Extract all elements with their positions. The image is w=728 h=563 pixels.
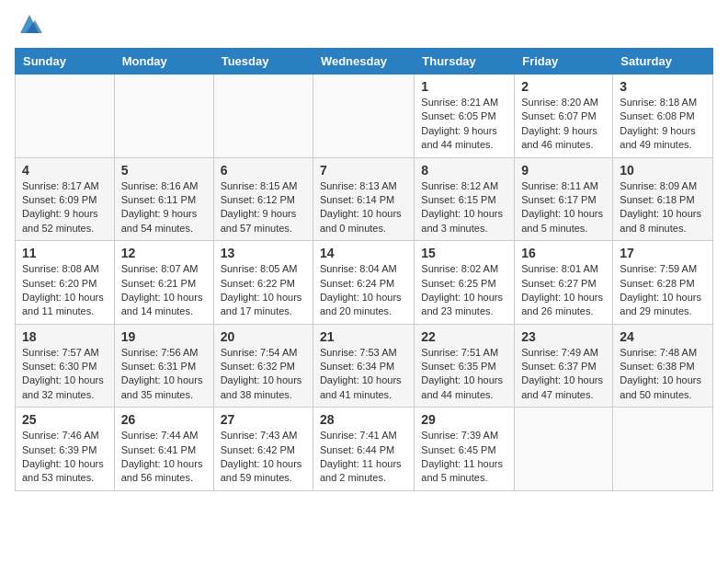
day-number: 11: [22, 246, 108, 260]
calendar-week-row: 25Sunrise: 7:46 AM Sunset: 6:39 PM Dayli…: [16, 408, 713, 491]
calendar-cell: 9Sunrise: 8:11 AM Sunset: 6:17 PM Daylig…: [515, 157, 613, 241]
day-info: Sunrise: 7:49 AM Sunset: 6:37 PM Dayligh…: [521, 346, 606, 403]
calendar-cell: 16Sunrise: 8:01 AM Sunset: 6:27 PM Dayli…: [515, 241, 613, 325]
day-info: Sunrise: 8:11 AM Sunset: 6:17 PM Dayligh…: [521, 179, 606, 236]
day-number: 25: [22, 412, 108, 427]
column-header-friday: Friday: [515, 49, 613, 75]
day-number: 12: [121, 246, 207, 260]
calendar-cell: 25Sunrise: 7:46 AM Sunset: 6:39 PM Dayli…: [16, 408, 115, 491]
column-header-wednesday: Wednesday: [313, 49, 414, 75]
day-info: Sunrise: 8:16 AM Sunset: 6:11 PM Dayligh…: [121, 179, 207, 236]
calendar-week-row: 4Sunrise: 8:17 AM Sunset: 6:09 PM Daylig…: [16, 157, 713, 241]
day-info: Sunrise: 7:46 AM Sunset: 6:39 PM Dayligh…: [22, 429, 108, 486]
day-number: 15: [421, 246, 507, 260]
column-header-sunday: Sunday: [16, 49, 115, 75]
calendar-cell: 13Sunrise: 8:05 AM Sunset: 6:22 PM Dayli…: [213, 241, 313, 325]
day-number: 29: [421, 412, 507, 427]
day-number: 24: [620, 329, 706, 344]
calendar-cell: 23Sunrise: 7:49 AM Sunset: 6:37 PM Dayli…: [515, 324, 613, 408]
day-number: 6: [221, 163, 306, 178]
calendar-cell: 21Sunrise: 7:53 AM Sunset: 6:34 PM Dayli…: [313, 324, 414, 408]
calendar-cell: 26Sunrise: 7:44 AM Sunset: 6:41 PM Dayli…: [114, 408, 213, 491]
day-info: Sunrise: 7:57 AM Sunset: 6:30 PM Dayligh…: [22, 346, 108, 403]
calendar-cell: 18Sunrise: 7:57 AM Sunset: 6:30 PM Dayli…: [16, 324, 115, 408]
calendar-cell: 15Sunrise: 8:02 AM Sunset: 6:25 PM Dayli…: [415, 241, 515, 325]
calendar-cell: 1Sunrise: 8:21 AM Sunset: 6:05 PM Daylig…: [415, 75, 515, 158]
day-info: Sunrise: 8:18 AM Sunset: 6:08 PM Dayligh…: [620, 96, 706, 153]
day-info: Sunrise: 7:53 AM Sunset: 6:34 PM Dayligh…: [320, 346, 407, 403]
column-header-tuesday: Tuesday: [213, 49, 313, 75]
calendar-header-row: SundayMondayTuesdayWednesdayThursdayFrid…: [16, 49, 713, 75]
calendar-cell: 5Sunrise: 8:16 AM Sunset: 6:11 PM Daylig…: [114, 157, 213, 241]
day-info: Sunrise: 7:41 AM Sunset: 6:44 PM Dayligh…: [320, 429, 407, 486]
calendar-cell: [613, 408, 713, 491]
day-info: Sunrise: 8:04 AM Sunset: 6:24 PM Dayligh…: [320, 262, 407, 319]
day-number: 14: [320, 246, 407, 260]
day-info: Sunrise: 7:39 AM Sunset: 6:45 PM Dayligh…: [421, 429, 507, 486]
day-info: Sunrise: 8:05 AM Sunset: 6:22 PM Dayligh…: [221, 262, 306, 319]
day-info: Sunrise: 8:09 AM Sunset: 6:18 PM Dayligh…: [620, 179, 706, 236]
day-info: Sunrise: 7:43 AM Sunset: 6:42 PM Dayligh…: [221, 429, 306, 486]
calendar-cell: 20Sunrise: 7:54 AM Sunset: 6:32 PM Dayli…: [213, 324, 313, 408]
day-number: 22: [421, 329, 507, 344]
calendar-cell: 19Sunrise: 7:56 AM Sunset: 6:31 PM Dayli…: [114, 324, 213, 408]
day-number: 9: [521, 163, 606, 178]
day-number: 28: [320, 412, 407, 427]
calendar-cell: 10Sunrise: 8:09 AM Sunset: 6:18 PM Dayli…: [613, 157, 713, 241]
day-number: 21: [320, 329, 407, 344]
calendar-table: SundayMondayTuesdayWednesdayThursdayFrid…: [15, 48, 713, 491]
day-number: 4: [22, 163, 108, 178]
calendar-cell: [313, 75, 414, 158]
day-number: 7: [320, 163, 407, 178]
day-info: Sunrise: 8:12 AM Sunset: 6:15 PM Dayligh…: [421, 179, 507, 236]
calendar-cell: 4Sunrise: 8:17 AM Sunset: 6:09 PM Daylig…: [16, 157, 115, 241]
day-info: Sunrise: 7:48 AM Sunset: 6:38 PM Dayligh…: [620, 346, 706, 403]
calendar-cell: 14Sunrise: 8:04 AM Sunset: 6:24 PM Dayli…: [313, 241, 414, 325]
day-number: 2: [521, 79, 606, 94]
day-number: 13: [221, 246, 306, 260]
day-info: Sunrise: 8:17 AM Sunset: 6:09 PM Dayligh…: [22, 179, 108, 236]
day-number: 16: [521, 246, 606, 260]
calendar-cell: [16, 75, 115, 158]
calendar-cell: 17Sunrise: 7:59 AM Sunset: 6:28 PM Dayli…: [613, 241, 713, 325]
logo: [15, 15, 42, 37]
day-number: 3: [620, 79, 706, 94]
calendar-cell: 24Sunrise: 7:48 AM Sunset: 6:38 PM Dayli…: [613, 324, 713, 408]
day-info: Sunrise: 7:56 AM Sunset: 6:31 PM Dayligh…: [121, 346, 207, 403]
day-number: 26: [121, 412, 207, 427]
calendar-cell: 27Sunrise: 7:43 AM Sunset: 6:42 PM Dayli…: [213, 408, 313, 491]
calendar-cell: 6Sunrise: 8:15 AM Sunset: 6:12 PM Daylig…: [213, 157, 313, 241]
day-number: 17: [620, 246, 706, 260]
page-header: [15, 15, 713, 37]
day-number: 19: [121, 329, 207, 344]
logo-icon: [17, 11, 42, 37]
column-header-saturday: Saturday: [613, 49, 713, 75]
calendar-cell: 3Sunrise: 8:18 AM Sunset: 6:08 PM Daylig…: [613, 75, 713, 158]
day-info: Sunrise: 8:02 AM Sunset: 6:25 PM Dayligh…: [421, 262, 507, 319]
day-info: Sunrise: 8:08 AM Sunset: 6:20 PM Dayligh…: [22, 262, 108, 319]
day-info: Sunrise: 7:59 AM Sunset: 6:28 PM Dayligh…: [620, 262, 706, 319]
calendar-cell: 22Sunrise: 7:51 AM Sunset: 6:35 PM Dayli…: [415, 324, 515, 408]
calendar-cell: [114, 75, 213, 158]
calendar-cell: 29Sunrise: 7:39 AM Sunset: 6:45 PM Dayli…: [415, 408, 515, 491]
day-number: 18: [22, 329, 108, 344]
day-info: Sunrise: 8:20 AM Sunset: 6:07 PM Dayligh…: [521, 96, 606, 153]
calendar-week-row: 1Sunrise: 8:21 AM Sunset: 6:05 PM Daylig…: [16, 75, 713, 158]
calendar-cell: [213, 75, 313, 158]
day-info: Sunrise: 8:15 AM Sunset: 6:12 PM Dayligh…: [221, 179, 306, 236]
column-header-thursday: Thursday: [415, 49, 515, 75]
calendar-cell: 8Sunrise: 8:12 AM Sunset: 6:15 PM Daylig…: [415, 157, 515, 241]
day-number: 8: [421, 163, 507, 178]
day-info: Sunrise: 7:51 AM Sunset: 6:35 PM Dayligh…: [421, 346, 507, 403]
calendar-cell: [515, 408, 613, 491]
day-info: Sunrise: 8:13 AM Sunset: 6:14 PM Dayligh…: [320, 179, 407, 236]
day-number: 5: [121, 163, 207, 178]
calendar-cell: 7Sunrise: 8:13 AM Sunset: 6:14 PM Daylig…: [313, 157, 414, 241]
day-number: 20: [221, 329, 306, 344]
day-info: Sunrise: 8:01 AM Sunset: 6:27 PM Dayligh…: [521, 262, 606, 319]
day-number: 23: [521, 329, 606, 344]
calendar-cell: 12Sunrise: 8:07 AM Sunset: 6:21 PM Dayli…: [114, 241, 213, 325]
day-info: Sunrise: 8:07 AM Sunset: 6:21 PM Dayligh…: [121, 262, 207, 319]
calendar-cell: 11Sunrise: 8:08 AM Sunset: 6:20 PM Dayli…: [16, 241, 115, 325]
day-info: Sunrise: 7:54 AM Sunset: 6:32 PM Dayligh…: [221, 346, 306, 403]
